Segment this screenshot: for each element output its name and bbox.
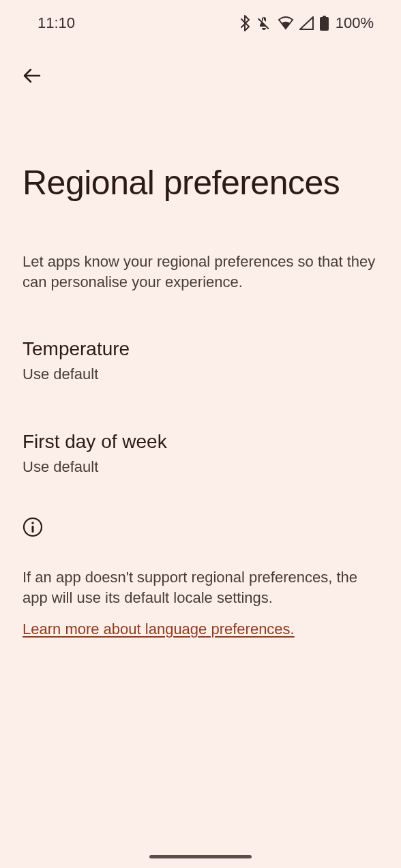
info-text: If an app doesn't support regional prefe…	[23, 567, 378, 608]
page-description: Let apps know your regional preferences …	[23, 252, 378, 292]
mute-icon	[256, 15, 272, 31]
back-arrow-icon	[22, 65, 42, 88]
battery-icon	[320, 16, 329, 31]
status-time: 11:10	[38, 14, 75, 32]
setting-temperature-value: Use default	[23, 365, 378, 383]
status-bar: 11:10 100%	[0, 0, 401, 34]
setting-temperature[interactable]: Temperature Use default	[23, 325, 378, 397]
setting-temperature-label: Temperature	[23, 338, 378, 360]
status-icons: 100%	[240, 14, 374, 32]
info-section: If an app doesn't support regional prefe…	[23, 517, 378, 638]
page-title: Regional preferences	[23, 163, 401, 203]
svg-point-3	[31, 522, 34, 525]
back-button[interactable]	[17, 61, 47, 91]
signal-icon	[299, 16, 314, 30]
learn-more-link[interactable]: Learn more about language preferences.	[23, 620, 295, 638]
setting-first-day-value: Use default	[23, 458, 378, 476]
bluetooth-icon	[240, 15, 250, 31]
battery-percent: 100%	[336, 14, 374, 32]
navigation-handle[interactable]	[149, 855, 252, 858]
info-icon	[23, 517, 378, 540]
svg-rect-4	[32, 526, 34, 533]
setting-first-day-of-week[interactable]: First day of week Use default	[23, 417, 378, 490]
svg-rect-1	[320, 17, 329, 31]
setting-first-day-label: First day of week	[23, 431, 378, 453]
wifi-icon	[278, 16, 294, 30]
